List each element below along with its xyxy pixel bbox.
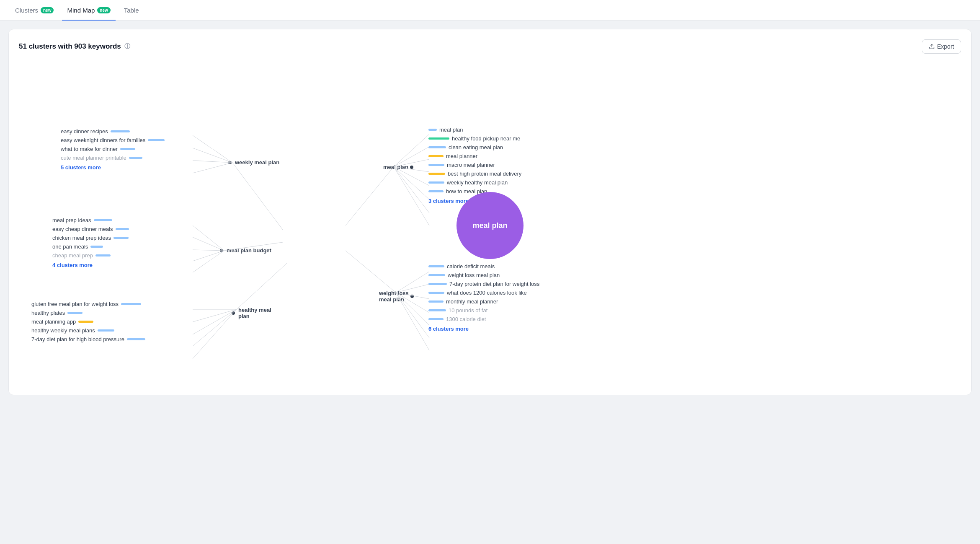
leaf-bar (428, 155, 444, 157)
svg-line-2 (237, 263, 287, 309)
leaf-prep-ideas: meal prep ideas (52, 217, 129, 223)
more-weight-loss[interactable]: 6 clusters more (428, 325, 539, 332)
branch-healthy[interactable]: healthy mealplan (232, 307, 271, 319)
leaf-macro: macro meal planner (428, 162, 521, 168)
cluster-count-label: 51 clusters with 903 keywords (19, 42, 121, 51)
leaf-meal-planner: meal planner (428, 153, 521, 159)
leaf-monthly-planner: monthly meal planner (428, 298, 539, 305)
card-title-area: 51 clusters with 903 keywords ⓘ (19, 42, 130, 51)
branch-weekly-meal-plan[interactable]: weekly meal plan (228, 159, 279, 166)
svg-line-10 (193, 237, 224, 251)
leaf-label: easy weeknight dinners for families (61, 137, 145, 143)
branch-label-budget: meal plan budget (227, 247, 271, 254)
leaf-label: what does 1200 calories look like (447, 290, 527, 296)
leaf-one-pan: one pan meals (52, 244, 129, 250)
center-node[interactable]: meal plan (456, 192, 524, 259)
svg-line-24 (394, 167, 429, 199)
leaf-weight-loss-plan: weight loss meal plan (428, 272, 539, 278)
center-node-label: meal plan (472, 221, 507, 230)
leaf-group-mealplan-right: meal plan healthy food pickup near me cl… (428, 127, 521, 205)
leaf-label: weekly healthy meal plan (447, 179, 508, 186)
leaf-easy-dinner: easy dinner recipes (61, 128, 165, 135)
leaf-bar (111, 130, 130, 132)
branch-weight-loss[interactable]: weight lossmeal plan (379, 290, 415, 303)
more-weekly[interactable]: 5 clusters more (61, 163, 165, 171)
svg-line-18 (193, 309, 237, 359)
leaf-healthy-pickup: healthy food pickup near me (428, 135, 521, 142)
mindmap-area: meal plan weekly meal plan easy dinner r… (19, 66, 961, 385)
export-button[interactable]: Export (922, 39, 961, 54)
leaf-label: 7-day diet plan for high blood pressure (31, 336, 124, 342)
leaf-label: gluten free meal plan for weight loss (31, 301, 119, 307)
more-budget[interactable]: 4 clusters more (52, 261, 129, 269)
leaf-bar (428, 137, 449, 140)
leaf-label: what to make for dinner (61, 146, 118, 152)
leaf-10-pounds: 10 pounds of fat (428, 307, 539, 313)
leaf-7day-blood: 7-day diet plan for high blood pressure (31, 336, 145, 342)
svg-line-27 (396, 272, 429, 293)
export-icon (929, 44, 935, 49)
tab-mindmap[interactable]: Mind Map new (62, 0, 115, 21)
svg-line-0 (232, 163, 283, 230)
leaf-bar (428, 274, 445, 276)
tab-clusters-label: Clusters (15, 7, 38, 14)
leaf-label: cute meal planner printable (61, 155, 126, 161)
main-card: 51 clusters with 903 keywords ⓘ Export (8, 29, 972, 395)
leaf-label: chicken meal prep ideas (52, 235, 111, 241)
leaf-bar (148, 139, 165, 141)
leaf-label: meal prep ideas (52, 217, 91, 223)
svg-line-8 (193, 163, 232, 173)
tab-bar: Clusters new Mind Map new Table (0, 0, 980, 21)
leaf-bar (90, 246, 103, 248)
leaf-7day-protein: 7-day protein diet plan for weight loss (428, 281, 539, 287)
leaf-cheap-dinner: easy cheap dinner meals (52, 226, 129, 232)
leaf-label: meal planning app (31, 319, 76, 325)
clusters-badge: new (41, 7, 54, 13)
leaf-group-weight-loss: calorie deficit meals weight loss meal p… (428, 263, 539, 332)
leaf-label: healthy plates (31, 310, 65, 316)
leaf-printable: cute meal planner printable (61, 155, 165, 161)
leaf-calorie-deficit: calorie deficit meals (428, 263, 539, 269)
mindmap-badge: new (97, 7, 110, 13)
leaf-protein-delivery: best high protein meal delivery (428, 171, 521, 177)
branch-label-healthy: healthy mealplan (238, 307, 271, 319)
leaf-healthy-weekly: healthy weekly meal plans (31, 327, 145, 334)
leaf-label: macro meal planner (447, 162, 495, 168)
tab-table[interactable]: Table (119, 0, 144, 21)
branch-budget[interactable]: meal plan budget (220, 247, 271, 254)
svg-line-25 (394, 167, 429, 213)
branch-meal-plan-right[interactable]: meal plan (383, 164, 415, 170)
branch-dot-weekly (228, 161, 232, 164)
branch-dot-budget (220, 249, 223, 252)
svg-line-13 (193, 251, 224, 272)
leaf-bar (95, 254, 111, 256)
leaf-bar (120, 148, 135, 150)
branch-dot-healthy (232, 311, 235, 315)
info-icon[interactable]: ⓘ (124, 43, 130, 50)
leaf-group-weekly: easy dinner recipes easy weeknight dinne… (61, 128, 165, 171)
leaf-bar (428, 146, 446, 148)
leaf-label: easy dinner recipes (61, 128, 108, 135)
clusters-more-label[interactable]: 5 clusters more (61, 164, 101, 171)
leaf-bar (94, 219, 112, 221)
branch-label-weekly: weekly meal plan (235, 159, 279, 166)
leaf-label: monthly meal planner (446, 298, 498, 305)
leaf-bar (428, 173, 445, 175)
leaf-bar (428, 292, 444, 294)
svg-line-6 (193, 148, 232, 163)
leaf-group-healthy: gluten free meal plan for weight loss he… (31, 301, 145, 342)
leaf-weeknight: easy weeknight dinners for families (61, 137, 165, 143)
tab-mindmap-label: Mind Map (67, 7, 95, 14)
clusters-more-label[interactable]: 3 clusters more (428, 198, 469, 204)
svg-line-9 (193, 225, 224, 251)
tab-clusters[interactable]: Clusters new (10, 0, 59, 21)
clusters-more-label[interactable]: 4 clusters more (52, 262, 93, 268)
leaf-label: 10 pounds of fat (449, 307, 487, 313)
leaf-bar (78, 321, 93, 323)
leaf-label: best high protein meal delivery (448, 171, 521, 177)
svg-line-11 (193, 250, 224, 251)
branch-dot-weight-loss (410, 295, 414, 298)
tab-table-label: Table (124, 7, 139, 14)
clusters-more-label[interactable]: 6 clusters more (428, 326, 469, 332)
svg-line-16 (193, 309, 237, 334)
